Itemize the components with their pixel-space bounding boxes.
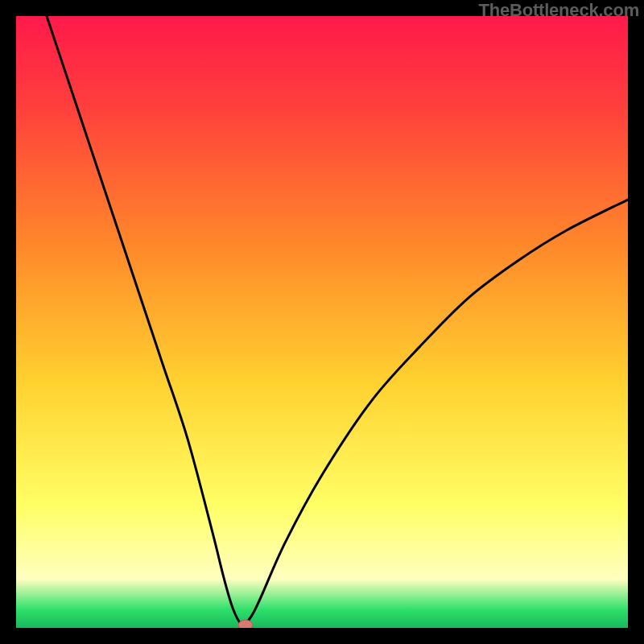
- optimal-point-marker: [238, 620, 253, 628]
- plot-area: [16, 16, 628, 628]
- gradient-background: [16, 16, 628, 628]
- watermark-text: TheBottleneck.com: [478, 0, 639, 21]
- chart-frame: TheBottleneck.com: [0, 0, 644, 644]
- chart-svg: [16, 16, 628, 628]
